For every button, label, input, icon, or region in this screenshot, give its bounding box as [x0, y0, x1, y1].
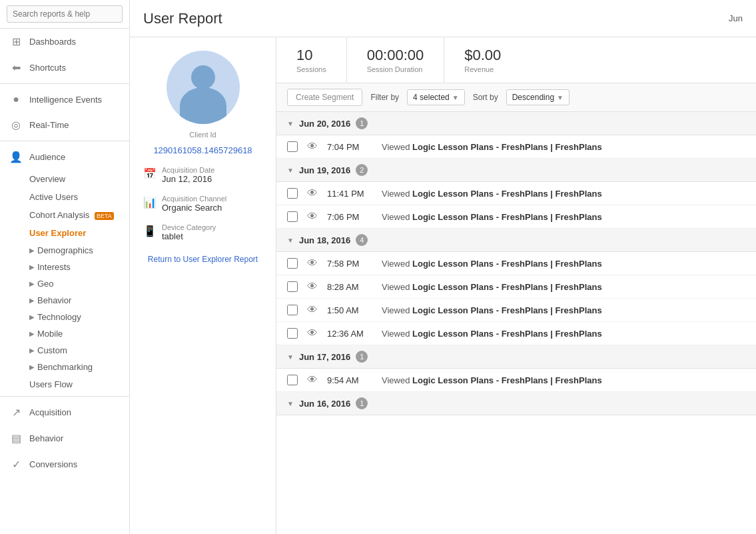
acquisition-date-value: Jun 12, 2016 [162, 174, 262, 184]
session-count-badge: 1 [356, 351, 368, 363]
eye-icon[interactable]: 👁 [306, 187, 319, 199]
filter-bar: Create Segment Filter by 4 selected ▼ So… [276, 83, 756, 112]
activity-description: Viewed Logic Lesson Plans - FreshPlans |… [382, 189, 745, 199]
device-category-value: tablet [162, 231, 262, 241]
stats-bar: 10 Sessions 00:00:00 Session Duration $0… [276, 37, 756, 83]
session-date: Jun 20, 2016 [299, 119, 350, 129]
activity-checkbox[interactable] [287, 328, 298, 339]
sidebar-item-shortcuts[interactable]: ⬅ Shortcuts [0, 55, 129, 81]
activity-description: Viewed Logic Lesson Plans - FreshPlans |… [382, 282, 745, 292]
users-flow-subnav: Users Flow [0, 375, 129, 393]
create-segment-button[interactable]: Create Segment [287, 89, 362, 106]
sidebar-item-benchmarking[interactable]: ▶ Benchmarking [0, 359, 129, 375]
sidebar-item-demographics[interactable]: ▶ Demographics [0, 242, 129, 259]
sidebar-item-label: Shortcuts [29, 63, 66, 73]
sidebar-item-behavior[interactable]: ▶ Behavior [0, 292, 129, 309]
activity-time: 7:58 PM [327, 259, 374, 269]
session-count-badge: 4 [356, 234, 368, 246]
topbar-right: Jun [729, 13, 743, 23]
sidebar-item-user-explorer[interactable]: User Explorer [29, 224, 129, 242]
eye-icon[interactable]: 👁 [306, 327, 319, 339]
sidebar-item-custom[interactable]: ▶ Custom [0, 342, 129, 359]
session-group: ▼ Jun 18, 2016 4 👁 7:58 PM Viewed Logic … [276, 229, 756, 345]
collapse-arrow-icon[interactable]: ▼ [287, 237, 294, 244]
sidebar-item-audience[interactable]: 👤 Audience [0, 144, 129, 170]
activity-checkbox[interactable] [287, 211, 298, 222]
sidebar-item-label: Audience [29, 152, 65, 162]
activity-description: Viewed Logic Lesson Plans - FreshPlans |… [382, 212, 745, 222]
sidebar-item-cohort-analysis[interactable]: Cohort Analysis BETA [29, 206, 129, 224]
activity-time: 11:41 PM [327, 189, 374, 199]
collapse-arrow-icon[interactable]: ▼ [287, 120, 294, 127]
eye-icon[interactable]: 👁 [306, 141, 319, 153]
eye-icon[interactable]: 👁 [306, 304, 319, 316]
eye-icon[interactable]: 👁 [306, 374, 319, 386]
chart-icon: 📊 [143, 196, 157, 209]
sidebar-item-technology[interactable]: ▶ Technology [0, 309, 129, 325]
sidebar-item-label: Acquisition [29, 407, 71, 417]
activity-checkbox[interactable] [287, 281, 298, 292]
eye-icon[interactable]: 👁 [306, 211, 319, 223]
eye-icon[interactable]: 👁 [306, 257, 319, 269]
activity-checkbox[interactable] [287, 258, 298, 269]
filter-select-dropdown[interactable]: 4 selected ▼ [407, 89, 465, 105]
sort-value: Descending [512, 93, 554, 102]
sidebar-item-acquisition[interactable]: ↗ Acquisition [0, 399, 129, 425]
sidebar-item-behavior[interactable]: ▤ Behavior [0, 425, 129, 451]
revenue-label: Revenue [464, 65, 501, 73]
arrow-icon: ▶ [29, 363, 35, 371]
session-group: ▼ Jun 19, 2016 2 👁 11:41 PM Viewed Logic… [276, 159, 756, 229]
activity-row: 👁 11:41 PM Viewed Logic Lesson Plans - F… [276, 182, 756, 205]
sort-select-dropdown[interactable]: Descending ▼ [506, 89, 569, 105]
device-category-label: Device Category [162, 223, 262, 231]
beta-badge: BETA [95, 212, 114, 220]
sidebar-item-dashboards[interactable]: ⊞ Dashboards [0, 29, 129, 55]
chevron-down-icon: ▼ [557, 94, 564, 101]
arrow-icon: ▶ [29, 297, 35, 304]
activity-checkbox[interactable] [287, 188, 298, 199]
search-input[interactable] [7, 5, 123, 23]
sidebar-item-conversions[interactable]: ✓ Conversions [0, 451, 129, 477]
sidebar-item-realtime[interactable]: ◎ Real-Time [0, 112, 129, 138]
shortcuts-icon: ⬅ [9, 61, 23, 74]
filter-selected-value: 4 selected [413, 93, 450, 102]
arrow-icon: ▶ [29, 280, 35, 287]
duration-value: 00:00:00 [367, 47, 424, 64]
activity-checkbox[interactable] [287, 141, 298, 152]
sidebar-item-intelligence[interactable]: ● Intelligence Events [0, 87, 129, 112]
activity-checkbox[interactable] [287, 305, 298, 315]
eye-icon[interactable]: 👁 [306, 281, 319, 293]
dashboards-icon: ⊞ [9, 35, 23, 48]
acquisition-date-detail: 📅 Acquisition Date Jun 12, 2016 [143, 166, 262, 184]
sidebar-item-label: Dashboards [29, 37, 76, 47]
session-date: Jun 18, 2016 [299, 235, 350, 245]
main-content: User Report Jun Client Id 1290161058.146… [130, 0, 756, 534]
return-link[interactable]: Return to User Explorer Report [148, 255, 258, 264]
sidebar-item-active-users[interactable]: Active Users [29, 188, 129, 206]
sidebar-item-geo[interactable]: ▶ Geo [0, 275, 129, 292]
page-title: User Report [143, 10, 222, 27]
activity-time: 1:50 AM [327, 305, 374, 315]
activity-time: 7:04 PM [327, 142, 374, 152]
acquisition-channel-label: Acquisition Channel [162, 195, 262, 203]
session-header: ▼ Jun 17, 2016 1 [276, 345, 756, 369]
activity-time: 9:54 AM [327, 375, 374, 385]
acquisition-icon: ↗ [9, 406, 23, 419]
activity-description: Viewed Logic Lesson Plans - FreshPlans |… [382, 305, 745, 315]
sidebar-item-interests[interactable]: ▶ Interests [0, 259, 129, 275]
sidebar-item-overview[interactable]: Overview [29, 170, 129, 188]
activity-row: 👁 7:58 PM Viewed Logic Lesson Plans - Fr… [276, 252, 756, 275]
activity-checkbox[interactable] [287, 375, 298, 385]
activity-description: Viewed Logic Lesson Plans - FreshPlans |… [382, 375, 745, 385]
activity-row: 👁 8:28 AM Viewed Logic Lesson Plans - Fr… [276, 275, 756, 299]
activity-row: 👁 12:36 AM Viewed Logic Lesson Plans - F… [276, 322, 756, 345]
content-area: Client Id 1290161058.1465729618 📅 Acquis… [130, 37, 756, 534]
session-group: ▼ Jun 17, 2016 1 👁 9:54 AM Viewed Logic … [276, 345, 756, 392]
sidebar-item-mobile[interactable]: ▶ Mobile [0, 325, 129, 342]
sidebar-item-users-flow[interactable]: Users Flow [29, 375, 129, 393]
sort-by-label: Sort by [473, 93, 498, 102]
collapse-arrow-icon[interactable]: ▼ [287, 167, 294, 174]
acquisition-channel-detail: 📊 Acquisition Channel Organic Search [143, 195, 262, 213]
collapse-arrow-icon[interactable]: ▼ [287, 353, 294, 361]
collapse-arrow-icon[interactable]: ▼ [287, 400, 294, 407]
